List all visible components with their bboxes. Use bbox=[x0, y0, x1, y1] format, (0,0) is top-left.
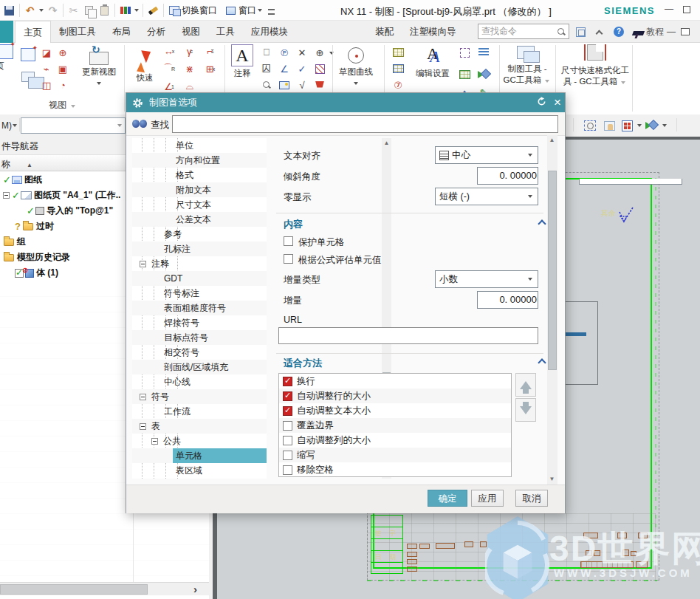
pref-tree-item[interactable]: 格式 bbox=[132, 168, 267, 182]
detail-view-icon[interactable]: ⊕ bbox=[56, 46, 69, 59]
tab-主页[interactable]: 主页 bbox=[15, 21, 51, 43]
note-button[interactable]: A 注释 bbox=[227, 44, 257, 79]
fit-option[interactable]: 换行 bbox=[279, 374, 511, 389]
scroll-down-icon[interactable]: ▼ bbox=[547, 474, 557, 485]
pref-tree-item[interactable]: 公差文本 bbox=[132, 212, 267, 227]
navigator-hscroll-right-arrow[interactable]: › bbox=[193, 583, 197, 595]
undo-icon[interactable]: ↶ bbox=[24, 4, 36, 17]
fit-option[interactable]: 覆盖边界 bbox=[279, 418, 511, 433]
new-sheet-button[interactable]: 页 bbox=[0, 44, 9, 72]
search-icon[interactable] bbox=[557, 27, 566, 36]
fit-option-checkbox[interactable] bbox=[283, 451, 292, 460]
reset-icon[interactable] bbox=[534, 95, 549, 110]
fit-option[interactable]: 移除空格 bbox=[279, 462, 511, 477]
fit-option-checkbox[interactable] bbox=[283, 377, 292, 386]
content-collapse-icon[interactable] bbox=[538, 219, 546, 227]
formula-label[interactable]: 根据公式评估单元值 bbox=[298, 254, 382, 267]
fit-option-checkbox[interactable] bbox=[283, 391, 292, 401]
pref-tree-item[interactable]: 符号标注 bbox=[132, 286, 267, 301]
ordinate-dim-icon[interactable]: ⊞x bbox=[204, 62, 217, 75]
pref-tree-item[interactable]: 单元格 bbox=[132, 448, 267, 463]
find-input[interactable] bbox=[172, 115, 558, 133]
pref-tree-item[interactable]: 表 bbox=[132, 419, 267, 434]
window-icon[interactable] bbox=[224, 4, 237, 17]
object-display-icon[interactable] bbox=[119, 4, 131, 17]
slant-angle-field[interactable]: 0. 00000 bbox=[477, 167, 538, 185]
paste-icon[interactable] bbox=[98, 4, 111, 17]
layer-settings-icon[interactable] bbox=[477, 46, 490, 59]
tab-工具[interactable]: 工具 bbox=[208, 21, 243, 43]
pref-tree-item[interactable]: 附加文本 bbox=[132, 182, 267, 197]
close-icon[interactable]: × bbox=[550, 95, 565, 110]
auto-balloon-icon[interactable]: ⑦ bbox=[391, 78, 405, 92]
pref-tree-item[interactable]: 孔标注 bbox=[132, 242, 267, 256]
cut-icon[interactable]: ✂ bbox=[67, 4, 80, 17]
break-view-icon[interactable]: ⌁ bbox=[40, 62, 53, 75]
redo-icon[interactable]: ↷ bbox=[47, 4, 59, 17]
settings-scrollbar[interactable]: ▲ ▼ bbox=[547, 135, 557, 485]
sort-ascending-icon[interactable]: ▲ bbox=[27, 162, 32, 168]
pref-tree-item[interactable]: 注释 bbox=[132, 256, 267, 271]
undo-caret[interactable] bbox=[39, 9, 44, 12]
image-icon[interactable] bbox=[278, 78, 291, 92]
navigator-hscroll-thumb[interactable] bbox=[0, 584, 148, 595]
window-label[interactable]: 窗口 bbox=[239, 4, 256, 17]
tutorial-label[interactable]: 教程 bbox=[646, 25, 664, 38]
navigator-hscrollbar[interactable]: › bbox=[0, 582, 209, 595]
maximize-button[interactable] bbox=[681, 4, 693, 16]
fit-option[interactable]: 自动调整行的大小 bbox=[279, 389, 511, 403]
minimize-button[interactable]: — bbox=[663, 4, 675, 16]
pref-tree-item[interactable]: 工作流 bbox=[132, 404, 267, 419]
tab-视图[interactable]: 视图 bbox=[174, 21, 208, 43]
arc-length-dim-icon[interactable]: ⌓ bbox=[183, 80, 196, 93]
protect-cell-checkbox[interactable] bbox=[284, 236, 293, 246]
qat-overflow-icon[interactable] bbox=[265, 4, 278, 17]
pref-tree-item[interactable]: 表区域 bbox=[132, 463, 267, 478]
hatch-icon[interactable] bbox=[313, 62, 326, 75]
settings-scroll-thumb[interactable] bbox=[548, 171, 557, 370]
fit-option-checkbox[interactable] bbox=[283, 421, 292, 431]
formula-checkbox[interactable] bbox=[284, 254, 293, 264]
view-group-caption[interactable]: 视图 bbox=[15, 99, 111, 112]
projected-view-icon[interactable]: ◫ bbox=[40, 78, 53, 92]
tab-应用模块[interactable]: 应用模块 bbox=[243, 21, 296, 43]
protect-cell-label[interactable]: 保护单元格 bbox=[298, 236, 345, 249]
fill-color-icon[interactable] bbox=[313, 75, 326, 89]
base-view-icon[interactable] bbox=[19, 46, 37, 64]
move-up-button[interactable] bbox=[515, 373, 536, 397]
fit-method-section-header[interactable]: 适合方法 bbox=[284, 357, 322, 370]
snap-point-icon[interactable] bbox=[620, 118, 634, 133]
pref-tree-item[interactable]: 中心线 bbox=[132, 374, 267, 389]
linear-dim-icon[interactable]: ↔x bbox=[162, 44, 176, 58]
move-to-layer-icon[interactable] bbox=[458, 68, 471, 81]
expander-icon[interactable] bbox=[140, 394, 146, 400]
window-caret[interactable] bbox=[258, 9, 262, 12]
fit-option-checkbox[interactable] bbox=[283, 406, 292, 416]
snap-point-caret[interactable] bbox=[637, 124, 642, 127]
expander-icon[interactable] bbox=[140, 261, 146, 267]
tab-布局[interactable]: 布局 bbox=[104, 21, 139, 43]
content-section-header[interactable]: 内容 bbox=[284, 218, 303, 231]
pref-tree-item[interactable]: 表面粗糙度符号 bbox=[132, 301, 267, 315]
help-icon[interactable]: ? bbox=[614, 25, 624, 38]
text-align-dropdown[interactable]: 中心 bbox=[435, 146, 538, 164]
minimize-doc-icon[interactable]: — bbox=[667, 25, 676, 38]
fit-method-collapse-icon[interactable] bbox=[538, 358, 546, 366]
tab-注塑模向导[interactable]: 注塑模向导 bbox=[402, 21, 464, 43]
pref-tree-item[interactable]: 符号 bbox=[132, 389, 267, 404]
perimeter-dim-icon[interactable]: ⌐Σ bbox=[204, 44, 217, 58]
section-line-icon[interactable]: ◔ bbox=[56, 78, 69, 92]
edit-settings-button[interactable]: AA 编辑设置 bbox=[412, 44, 453, 79]
pan-hand-icon[interactable] bbox=[602, 118, 617, 133]
increment-type-dropdown[interactable]: 小数 bbox=[435, 270, 538, 288]
update-views-button[interactable]: 更新视图 bbox=[77, 46, 121, 86]
pref-tree-item[interactable]: 目标点符号 bbox=[132, 330, 267, 345]
chamfer-dim-icon[interactable]: ⌒R bbox=[162, 62, 176, 75]
pref-tree-item[interactable]: GDT bbox=[132, 271, 267, 286]
command-finder[interactable]: 查找命令 bbox=[478, 24, 569, 39]
zero-display-dropdown[interactable]: 短横 (-) bbox=[435, 188, 538, 205]
restore-ribbon-icon[interactable] bbox=[576, 25, 586, 38]
edit-object-display-icon[interactable] bbox=[458, 46, 471, 59]
tabular-note-icon[interactable] bbox=[391, 46, 405, 59]
leader-note-icon[interactable]: ℗ bbox=[278, 46, 291, 59]
